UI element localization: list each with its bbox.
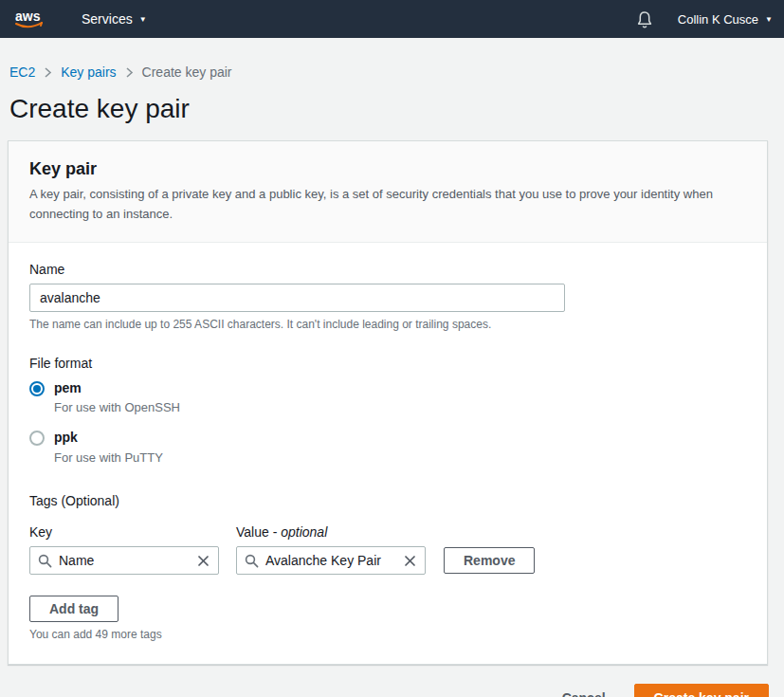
radio-desc-ppk: For use with PuTTY [54, 450, 163, 465]
top-navigation: aws Services ▼ Collin K Cusce ▼ [0, 0, 784, 38]
tag-value-optional-label: optional [281, 524, 327, 540]
name-label: Name [29, 262, 746, 277]
notifications-bell-icon[interactable] [636, 10, 653, 28]
breadcrumb-separator-icon [125, 66, 134, 79]
remove-tag-button[interactable]: Remove [444, 547, 535, 574]
tags-section: Tags (Optional) Key Value - optional [29, 493, 746, 641]
page-title: Create key pair [9, 94, 784, 124]
create-key-pair-button[interactable]: Create key pair [634, 684, 769, 697]
tag-key-column-label: Key [29, 524, 236, 540]
chevron-down-icon: ▼ [139, 14, 147, 24]
radio-label-ppk: ppk [54, 430, 78, 445]
name-helper-text: The name can include up to 255 ASCII cha… [29, 318, 746, 331]
services-label: Services [82, 11, 133, 27]
radio-button-pem[interactable] [29, 381, 45, 396]
tags-remaining-helper: You can add 49 more tags [29, 628, 746, 641]
search-icon [38, 554, 52, 568]
radio-option-ppk[interactable]: ppk For use with PuTTY [29, 430, 746, 465]
tag-value-input-box [236, 546, 426, 575]
radio-option-pem[interactable]: pem For use with OpenSSH [29, 380, 746, 415]
panel-header: Key pair A key pair, consisting of a pri… [9, 141, 767, 243]
radio-label-pem: pem [54, 380, 82, 395]
search-icon [245, 554, 259, 568]
cancel-button[interactable]: Cancel [562, 690, 606, 697]
radio-desc-pem: For use with OpenSSH [54, 400, 180, 414]
clear-key-icon[interactable] [196, 554, 210, 568]
breadcrumb: EC2 Key pairs Create key pair [9, 64, 784, 80]
aws-logo[interactable]: aws [13, 8, 46, 30]
panel-description: A key pair, consisting of a private key … [29, 185, 746, 225]
form-actions: Cancel Create key pair [0, 684, 769, 697]
breadcrumb-link-ec2[interactable]: EC2 [9, 64, 35, 80]
radio-button-ppk[interactable] [29, 431, 45, 446]
chevron-down-icon: ▼ [765, 14, 773, 24]
tag-row: Remove [29, 546, 746, 575]
svg-text:aws: aws [15, 9, 41, 24]
tag-value-column-label: Value - optional [236, 524, 327, 540]
tag-key-input-box [29, 546, 219, 575]
file-format-label: File format [29, 356, 746, 371]
name-field-group: Name The name can include up to 255 ASCI… [29, 262, 746, 331]
add-tag-button[interactable]: Add tag [29, 596, 119, 622]
aws-logo-icon: aws [13, 8, 46, 30]
user-menu[interactable]: Collin K Cusce ▼ [678, 12, 773, 27]
tag-value-input[interactable] [265, 553, 396, 568]
file-format-group: File format pem For use with OpenSSH ppk… [29, 356, 746, 466]
tag-key-input[interactable] [59, 553, 190, 568]
breadcrumb-separator-icon [44, 66, 52, 79]
panel-title: Key pair [29, 159, 746, 179]
clear-value-icon[interactable] [403, 554, 417, 568]
key-pair-name-input[interactable] [29, 284, 565, 312]
breadcrumb-current: Create key pair [142, 64, 232, 80]
user-name: Collin K Cusce [678, 12, 758, 27]
tags-label: Tags (Optional) [29, 493, 746, 508]
breadcrumb-link-key-pairs[interactable]: Key pairs [61, 64, 116, 80]
services-menu[interactable]: Services ▼ [82, 11, 147, 27]
key-pair-panel: Key pair A key pair, consisting of a pri… [8, 140, 768, 665]
